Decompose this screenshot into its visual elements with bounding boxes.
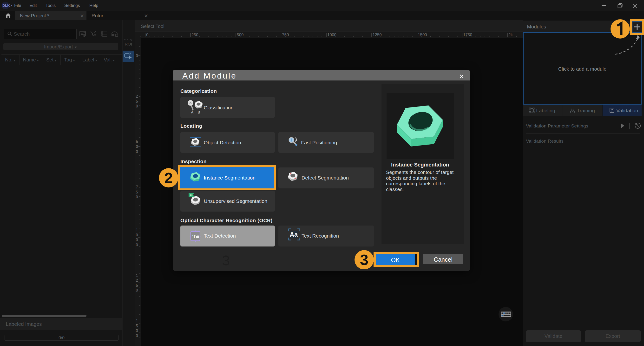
svg-text:0: 0: [136, 195, 138, 199]
svg-text:500: 500: [237, 33, 244, 37]
svg-text:5: 5: [136, 324, 138, 328]
svg-text:B: B: [198, 110, 200, 114]
svg-text:A: A: [191, 110, 194, 114]
svg-text:0: 0: [136, 329, 138, 333]
svg-text:750: 750: [282, 33, 289, 37]
svg-text:0: 0: [136, 145, 138, 149]
svg-text:0: 0: [136, 150, 138, 154]
svg-text:5: 5: [136, 190, 138, 194]
svg-text:Aa: Aa: [290, 231, 298, 238]
svg-text:0: 0: [136, 233, 138, 237]
svg-text:0: 0: [136, 104, 138, 108]
svg-text:OK: OK: [190, 194, 192, 196]
svg-text:2k: 2k: [508, 33, 513, 37]
svg-text:1250: 1250: [372, 33, 382, 37]
svg-text:1000: 1000: [327, 33, 336, 37]
svg-text:5: 5: [136, 140, 138, 144]
svg-text:0: 0: [136, 334, 138, 338]
svg-text:1: 1: [136, 273, 138, 277]
svg-text:1: 1: [136, 228, 138, 232]
svg-text:2: 2: [136, 94, 138, 98]
svg-text:7: 7: [136, 185, 138, 189]
svg-text:1: 1: [136, 319, 138, 323]
svg-text:250: 250: [192, 33, 198, 37]
svg-text:1500: 1500: [418, 33, 427, 37]
svg-text:T: T: [192, 233, 196, 239]
svg-text:0: 0: [136, 288, 138, 292]
svg-text:0: 0: [146, 33, 148, 37]
svg-text:5: 5: [136, 99, 138, 103]
svg-text:5: 5: [136, 283, 138, 287]
svg-text:0: 0: [136, 238, 138, 242]
svg-text:0: 0: [136, 54, 138, 58]
svg-text:0: 0: [136, 243, 138, 247]
svg-text:1750: 1750: [463, 33, 472, 37]
svg-text:2: 2: [136, 278, 138, 282]
svg-text:ROI: ROI: [125, 42, 132, 47]
